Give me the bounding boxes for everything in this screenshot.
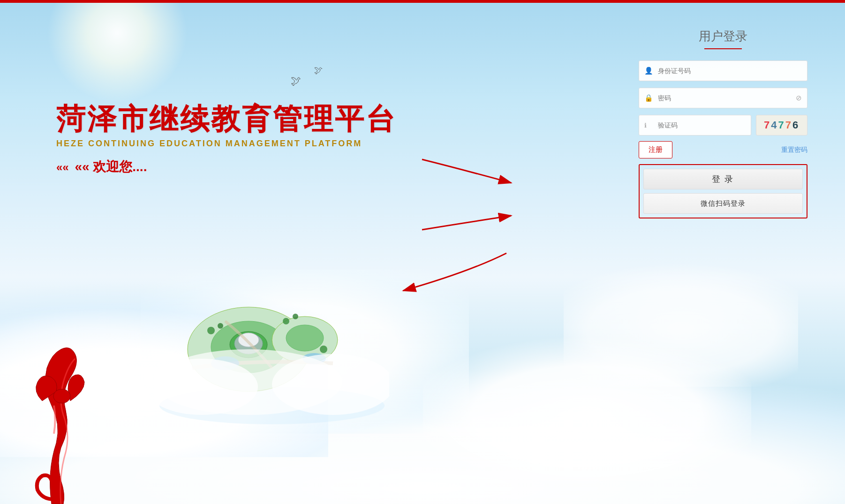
svg-point-10 (283, 318, 289, 324)
captcha-info-icon: ℹ (644, 122, 647, 129)
main-title-section: 菏泽市继续教育管理平台 HEZE CONTINUING EDUCATION MA… (56, 103, 397, 176)
captcha-char-1: 7 (764, 119, 771, 131)
captcha-char-2: 4 (771, 119, 778, 131)
building-aerial-view (155, 274, 389, 424)
id-input-group: 👤 (639, 60, 807, 81)
action-row: 注册 重置密码 (639, 141, 807, 158)
cloud-puff5 (423, 316, 751, 481)
svg-point-17 (272, 354, 389, 415)
svg-point-18 (53, 389, 70, 403)
svg-point-9 (218, 323, 223, 329)
captcha-char-4: 7 (785, 119, 792, 131)
bird-2: 🕊 (314, 66, 323, 75)
login-panel-title: 用户登录 (639, 28, 807, 45)
captcha-input[interactable] (639, 115, 751, 135)
wechat-login-button[interactable]: 微信扫码登录 (643, 193, 803, 214)
svg-point-11 (293, 314, 298, 319)
lock-icon: 🔒 (644, 94, 653, 102)
title-english: HEZE CONTINUING EDUCATION MANAGEMENT PLA… (56, 139, 397, 149)
top-bar (0, 0, 845, 3)
login-button[interactable]: 登 录 (643, 169, 803, 189)
password-input[interactable] (639, 88, 807, 108)
captcha-char-5: 6 (792, 119, 800, 131)
svg-point-8 (207, 327, 215, 334)
welcome-arrows: «« (56, 161, 72, 173)
id-input[interactable] (639, 60, 807, 81)
captcha-row: ℹ 74776 (639, 115, 807, 135)
register-button[interactable]: 注册 (639, 141, 672, 158)
svg-point-12 (320, 346, 327, 353)
captcha-input-group: ℹ (639, 115, 751, 135)
bird-1: 🕊 (291, 75, 301, 87)
eye-icon[interactable]: ⊘ (796, 94, 802, 102)
password-input-group: 🔒 ⊘ (639, 88, 807, 108)
captcha-char-3: 7 (778, 119, 785, 131)
svg-point-7 (286, 325, 324, 351)
welcome-text: «« «« 欢迎您.... (56, 158, 397, 176)
login-buttons-box: 登 录 微信扫码登录 (639, 164, 807, 218)
title-chinese: 菏泽市继续教育管理平台 (56, 103, 397, 135)
red-sculpture (23, 340, 108, 504)
captcha-image[interactable]: 74776 (756, 115, 807, 135)
user-icon: 👤 (644, 67, 653, 75)
reset-password-link[interactable]: 重置密码 (781, 146, 807, 154)
clouds-container (0, 270, 845, 504)
login-panel: 用户登录 👤 🔒 ⊘ ℹ 74776 注册 重置密码 登 录 微信扫码登录 (639, 28, 807, 218)
login-title-underline (704, 48, 742, 49)
